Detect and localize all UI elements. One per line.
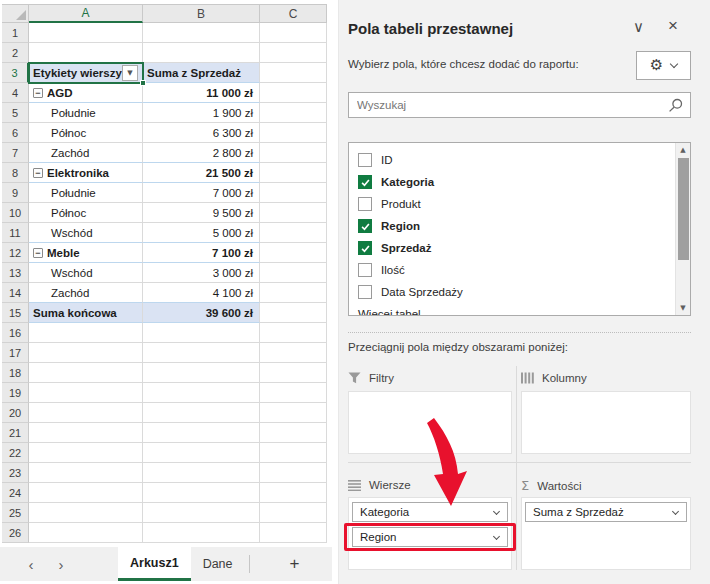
cell-A18[interactable]	[29, 363, 143, 383]
filters-drop-zone[interactable]	[348, 391, 512, 454]
cell-B21[interactable]	[143, 423, 260, 443]
cell-C26[interactable]	[260, 523, 327, 543]
cell-C19[interactable]	[260, 383, 327, 403]
cell-A6[interactable]: Północ	[29, 123, 143, 143]
row-header-14[interactable]: 14	[2, 283, 29, 303]
cell-C3[interactable]	[260, 63, 327, 83]
row-header-5[interactable]: 5	[2, 103, 29, 123]
row-header-11[interactable]: 11	[2, 223, 29, 243]
row-header-15[interactable]: 15	[2, 303, 29, 323]
add-sheet-button[interactable]: +	[290, 547, 300, 581]
cell-A5[interactable]: Południe	[29, 103, 143, 123]
cell-B16[interactable]	[143, 323, 260, 343]
cell-B5[interactable]: 1 900 zł	[143, 103, 260, 123]
chevron-down-icon[interactable]	[672, 507, 679, 514]
sheet-tab-dane[interactable]: Dane	[191, 547, 245, 581]
cell-B7[interactable]: 2 800 zł	[143, 143, 260, 163]
cell-C22[interactable]	[260, 443, 327, 463]
cell-A4[interactable]: −AGD	[29, 83, 143, 103]
field-item-id[interactable]: ID	[349, 149, 674, 171]
cell-C13[interactable]	[260, 263, 327, 283]
cell-A2[interactable]	[29, 43, 143, 63]
cell-A25[interactable]	[29, 503, 143, 523]
cell-C6[interactable]	[260, 123, 327, 143]
field-item-data-sprzedaży[interactable]: Data Sprzedaży	[349, 281, 674, 303]
chevron-down-icon[interactable]	[493, 532, 500, 539]
row-header-6[interactable]: 6	[2, 123, 29, 143]
cell-B13[interactable]: 3 000 zł	[143, 263, 260, 283]
cell-B14[interactable]: 4 100 zł	[143, 283, 260, 303]
checked-checkbox[interactable]	[358, 175, 372, 189]
cell-C15[interactable]	[260, 303, 327, 323]
checked-checkbox[interactable]	[358, 219, 372, 233]
checked-checkbox[interactable]	[358, 241, 372, 255]
cell-B23[interactable]	[143, 463, 260, 483]
pivot-filter-button[interactable]: ▼	[122, 65, 138, 81]
cell-B26[interactable]	[143, 523, 260, 543]
cell-B10[interactable]: 9 500 zł	[143, 203, 260, 223]
values-drop-zone[interactable]: Suma z Sprzedaż	[521, 497, 691, 570]
scroll-up-icon[interactable]: ▲	[676, 143, 690, 157]
cell-B8[interactable]: 21 500 zł	[143, 163, 260, 183]
cell-B20[interactable]	[143, 403, 260, 423]
cell-B24[interactable]	[143, 483, 260, 503]
cell-B9[interactable]: 7 000 zł	[143, 183, 260, 203]
row-header-10[interactable]: 10	[2, 203, 29, 223]
cell-A14[interactable]: Zachód	[29, 283, 143, 303]
cell-C14[interactable]	[260, 283, 327, 303]
area-chip-kategoria[interactable]: Kategoria	[352, 502, 508, 522]
cell-C18[interactable]	[260, 363, 327, 383]
cell-C1[interactable]	[260, 23, 327, 43]
cell-A1[interactable]	[29, 23, 143, 43]
row-header-4[interactable]: 4	[2, 83, 29, 103]
panel-collapse-button[interactable]: ∨	[633, 18, 644, 36]
more-tables-link[interactable]: Więcej tabel	[349, 303, 674, 316]
cell-A17[interactable]	[29, 343, 143, 363]
cell-A26[interactable]	[29, 523, 143, 543]
cell-C23[interactable]	[260, 463, 327, 483]
cell-B19[interactable]	[143, 383, 260, 403]
rows-drop-zone[interactable]: KategoriaRegion	[348, 497, 512, 570]
scrollbar[interactable]: ▲ ▼	[675, 143, 690, 315]
row-header-25[interactable]: 25	[2, 503, 29, 523]
field-item-region[interactable]: Region	[349, 215, 674, 237]
cell-A24[interactable]	[29, 483, 143, 503]
cell-B15[interactable]: 39 600 zł	[143, 303, 260, 323]
cell-A22[interactable]	[29, 443, 143, 463]
area-chip-region[interactable]: Region	[352, 527, 508, 547]
chevron-down-icon[interactable]	[493, 507, 500, 514]
column-header-c[interactable]: C	[260, 4, 327, 23]
row-header-9[interactable]: 9	[2, 183, 29, 203]
cell-C12[interactable]	[260, 243, 327, 263]
unchecked-checkbox[interactable]	[358, 153, 372, 167]
area-chip-suma-z-sprzedaż[interactable]: Suma z Sprzedaż	[525, 502, 687, 522]
cell-B25[interactable]	[143, 503, 260, 523]
row-header-13[interactable]: 13	[2, 263, 29, 283]
cell-C9[interactable]	[260, 183, 327, 203]
search-input[interactable]	[349, 99, 668, 111]
sheet-tab-arkusz1[interactable]: Arkusz1	[118, 547, 191, 581]
cell-A9[interactable]: Południe	[29, 183, 143, 203]
next-sheet-button[interactable]: ›	[46, 547, 76, 581]
cell-C20[interactable]	[260, 403, 327, 423]
cell-A7[interactable]: Zachód	[29, 143, 143, 163]
cell-B22[interactable]	[143, 443, 260, 463]
row-header-23[interactable]: 23	[2, 463, 29, 483]
cell-A20[interactable]	[29, 403, 143, 423]
cell-C21[interactable]	[260, 423, 327, 443]
cell-A13[interactable]: Wschód	[29, 263, 143, 283]
cell-B6[interactable]: 6 300 zł	[143, 123, 260, 143]
row-header-22[interactable]: 22	[2, 443, 29, 463]
row-header-8[interactable]: 8	[2, 163, 29, 183]
cell-C11[interactable]	[260, 223, 327, 243]
unchecked-checkbox[interactable]	[358, 285, 372, 299]
cell-C8[interactable]	[260, 163, 327, 183]
row-header-26[interactable]: 26	[2, 523, 29, 543]
column-header-a[interactable]: A	[29, 4, 143, 23]
row-header-20[interactable]: 20	[2, 403, 29, 423]
scroll-down-icon[interactable]: ▼	[676, 301, 690, 315]
collapse-button[interactable]: −	[33, 248, 43, 258]
row-header-2[interactable]: 2	[2, 43, 29, 63]
row-header-3[interactable]: 3	[2, 63, 29, 83]
cell-B17[interactable]	[143, 343, 260, 363]
